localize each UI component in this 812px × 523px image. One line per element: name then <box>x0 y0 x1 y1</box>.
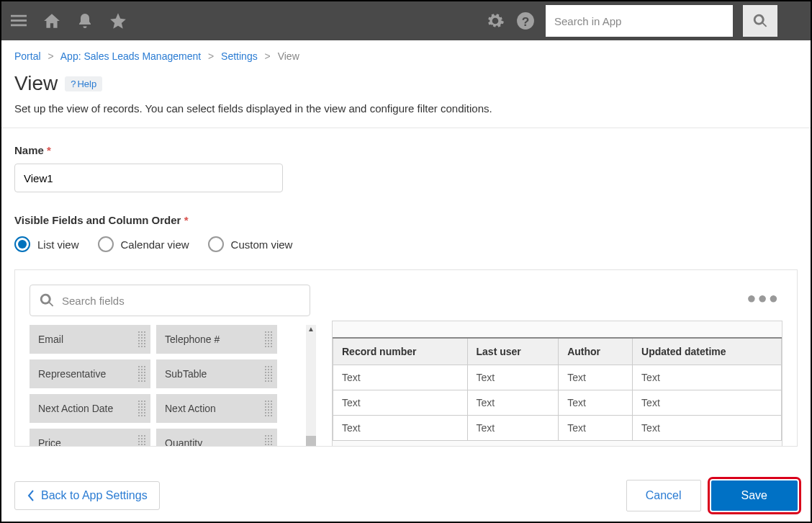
table-header-row: Record number Last user Author Updated d… <box>333 338 782 365</box>
drag-handle-icon[interactable] <box>264 365 273 383</box>
preview-table: Record number Last user Author Updated d… <box>333 337 782 441</box>
table-row: TextTextTextText <box>333 365 782 390</box>
table-row: TextTextTextText <box>333 390 782 416</box>
page-title: View <box>14 72 58 95</box>
header-right: ? <box>485 1 803 40</box>
menu-icon[interactable] <box>9 11 29 31</box>
breadcrumb-app[interactable]: App: Sales Leads Management <box>60 50 201 62</box>
radio-calendar-view[interactable]: Calendar view <box>98 236 189 252</box>
name-label: Name * <box>14 144 798 156</box>
drag-handle-icon[interactable] <box>137 365 146 383</box>
column-header[interactable]: Record number <box>333 338 468 365</box>
title-row: View ?Help <box>1 66 811 102</box>
radio-custom-view[interactable]: Custom view <box>208 236 293 252</box>
breadcrumb-portal[interactable]: Portal <box>14 50 41 62</box>
field-search-input[interactable] <box>62 295 301 307</box>
back-label: Back to App Settings <box>41 489 148 502</box>
column-header[interactable]: Updated datetime <box>633 338 782 365</box>
radio-calendar-label: Calendar view <box>121 238 189 251</box>
breadcrumb-settings[interactable]: Settings <box>221 50 258 62</box>
radio-list-view[interactable]: List view <box>14 236 79 252</box>
available-fields: Email Telephone # Representative SubTabl… <box>30 285 317 446</box>
scroll-thumb[interactable] <box>306 436 316 447</box>
column-header[interactable]: Author <box>559 338 633 365</box>
help-link[interactable]: ?Help <box>65 76 102 91</box>
view-type-radios: List view Calendar view Custom view <box>14 236 798 252</box>
breadcrumb-sep: > <box>265 50 271 62</box>
drag-handle-icon[interactable] <box>137 434 146 447</box>
name-input[interactable] <box>14 164 283 192</box>
field-chip[interactable]: Telephone # <box>156 325 277 354</box>
drag-handle-icon[interactable] <box>137 331 146 348</box>
save-button[interactable]: Save <box>711 480 798 511</box>
search-container <box>546 5 733 37</box>
help-icon[interactable]: ? <box>515 11 536 31</box>
preview-wrap: Record number Last user Author Updated d… <box>332 321 782 447</box>
field-chip[interactable]: Email <box>30 325 150 354</box>
back-button[interactable]: Back to App Settings <box>14 481 160 510</box>
search-input[interactable] <box>546 15 733 27</box>
drag-handle-icon[interactable] <box>137 400 146 417</box>
visible-fields-label: Visible Fields and Column Order * <box>14 214 798 226</box>
svg-text:?: ? <box>522 14 530 29</box>
name-section: Name * <box>1 128 811 192</box>
search-button[interactable] <box>743 5 777 37</box>
field-chip[interactable]: Next Action <box>156 394 277 423</box>
svg-rect-1 <box>11 19 27 22</box>
bell-icon[interactable] <box>75 11 95 31</box>
more-options-icon[interactable]: ●●● <box>746 289 780 308</box>
gear-icon[interactable] <box>485 11 505 31</box>
drag-handle-icon[interactable] <box>264 331 273 348</box>
search-icon <box>39 292 55 308</box>
column-header[interactable]: Last user <box>467 338 559 365</box>
chevron-left-icon <box>27 489 35 502</box>
field-chip[interactable]: Quantity <box>156 429 277 447</box>
field-chip[interactable]: Representative <box>30 359 150 388</box>
help-text: Help <box>77 79 96 89</box>
home-icon[interactable] <box>42 11 62 31</box>
svg-rect-2 <box>11 24 27 27</box>
header-edge <box>788 1 803 40</box>
field-chip[interactable]: SubTable <box>156 359 277 388</box>
breadcrumb-sep: > <box>208 50 214 62</box>
header-left <box>9 11 128 31</box>
radio-list-label: List view <box>37 238 79 251</box>
cancel-button[interactable]: Cancel <box>626 480 701 511</box>
star-icon[interactable] <box>108 11 128 31</box>
field-search-box <box>30 285 310 316</box>
app-header: ? <box>1 1 811 40</box>
svg-rect-0 <box>11 15 27 17</box>
chips-container: Email Telephone # Representative SubTabl… <box>30 325 317 447</box>
field-chips: Email Telephone # Representative SubTabl… <box>30 325 303 447</box>
scroll-up-icon[interactable]: ▲ <box>307 325 315 333</box>
breadcrumb: Portal > App: Sales Leads Management > S… <box>1 40 811 66</box>
drag-handle-icon[interactable] <box>264 400 273 417</box>
breadcrumb-current: View <box>278 50 299 62</box>
radio-custom-label: Custom view <box>231 238 293 251</box>
field-chip[interactable]: Price <box>30 429 150 447</box>
table-row: TextTextTextText <box>333 416 782 441</box>
breadcrumb-sep: > <box>48 50 53 62</box>
field-chip[interactable]: Next Action Date <box>30 394 150 423</box>
subtitle: Set up the view of records. You can sele… <box>1 102 811 128</box>
fields-panel: Email Telephone # Representative SubTabl… <box>14 269 798 447</box>
footer-actions: Cancel Save <box>626 480 798 511</box>
drag-handle-icon[interactable] <box>264 434 273 447</box>
footer: Back to App Settings Cancel Save <box>6 474 806 517</box>
scrollbar[interactable]: ▲ <box>306 325 316 447</box>
visible-fields-section: Visible Fields and Column Order * List v… <box>1 192 811 252</box>
preview-panel: ●●● Record number Last user Author Updat… <box>332 321 782 446</box>
